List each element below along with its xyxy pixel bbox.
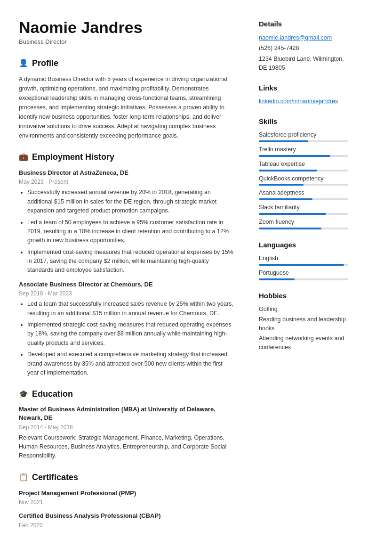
skill-asana: Asana adeptness [259, 188, 348, 200]
job-1-bullet-2: Led a team of 50 employees to achieve a … [27, 218, 235, 245]
job-1-bullets: Successfully increased annual revenue by… [19, 188, 235, 275]
details-section: Details naomie.jandres@gmail.com (526) 2… [259, 19, 348, 73]
hobby-2: Reading business and leadership books [259, 315, 348, 333]
cert-2-title: Certified Business Analysis Professional… [19, 511, 235, 521]
skill-salesforce-bar-bg [259, 140, 348, 142]
profile-text: A dynamic Business Director with 5 years… [19, 74, 235, 140]
skill-slack: Slack familiarity [259, 203, 348, 215]
employment-section: 💼 Employment History Business Director a… [19, 151, 235, 377]
job-2: Associate Business Director at Chemours,… [19, 280, 235, 378]
skill-slack-label: Slack familiarity [259, 203, 348, 212]
linkedin-link[interactable]: linkedin.com/in/naomiejandres [259, 97, 348, 106]
edu-1: Master of Business Administration (MBA) … [19, 405, 235, 461]
address: 1234 Bluebird Lane, Wilmington, DE 19805 [259, 55, 348, 73]
skills-section-title: Skills [259, 116, 348, 127]
education-section: 🎓 Education Master of Business Administr… [19, 388, 235, 461]
skill-quickbooks-bar-fill [259, 184, 304, 186]
hobby-3: Attending networking events and conferen… [259, 334, 348, 352]
edu-1-title: Master of Business Administration (MBA) … [19, 405, 235, 422]
job-1-bullet-1: Successfully increased annual revenue by… [27, 188, 235, 215]
skill-zoom-bar-fill [259, 228, 321, 229]
skill-zoom: Zoom fluency [259, 218, 348, 229]
skill-slack-bar-fill [259, 213, 326, 215]
candidate-title: Business Director [19, 37, 235, 47]
languages-section: Languages English Portuguese [259, 240, 348, 280]
languages-section-title: Languages [259, 240, 348, 251]
lang-english-bar-fill [259, 264, 344, 266]
resume-page: Naomie Jandres Business Director 👤 Profi… [0, 0, 392, 555]
skill-quickbooks: QuickBooks competency [259, 174, 348, 186]
job-1-date: May 2023 - Present [19, 178, 235, 186]
skill-salesforce-bar-fill [259, 140, 308, 142]
skill-tableau-label: Tableau expertise [259, 160, 348, 169]
profile-icon: 👤 [19, 57, 28, 69]
skill-trello-label: Trello mastery [259, 145, 348, 154]
edu-1-date: Sep 2014 - May 2018 [19, 423, 235, 432]
skill-salesforce: Salesforce proficiency [259, 131, 348, 142]
employment-icon: 💼 [19, 151, 28, 163]
skill-tableau-bar-bg [259, 170, 348, 171]
skill-trello: Trello mastery [259, 145, 348, 157]
hobbies-section-title: Hobbies [259, 291, 348, 302]
skill-salesforce-label: Salesforce proficiency [259, 131, 348, 139]
profile-section-title: 👤 Profile [19, 57, 235, 70]
job-2-title: Associate Business Director at Chemours,… [19, 280, 235, 289]
skill-zoom-bar-bg [259, 228, 348, 229]
lang-english-label: English [259, 254, 348, 263]
skill-asana-bar-fill [259, 198, 312, 200]
skill-slack-bar-bg [259, 213, 348, 215]
candidate-name: Naomie Jandres [19, 19, 235, 36]
job-2-bullet-3: Developed and executed a comprehensive m… [27, 350, 235, 377]
skill-trello-bar-fill [259, 155, 330, 157]
skill-trello-bar-bg [259, 155, 348, 157]
cert-2-date: Feb 2020 [19, 521, 235, 530]
job-1-bullet-3: Implemented cost-saving measures that re… [27, 248, 235, 275]
profile-section: 👤 Profile A dynamic Business Director wi… [19, 57, 235, 140]
edu-1-text: Relevant Coursework: Strategic Managemen… [19, 433, 235, 461]
skill-tableau: Tableau expertise [259, 160, 348, 171]
left-column: Naomie Jandres Business Director 👤 Profi… [0, 19, 249, 536]
email-link[interactable]: naomie.jandres@gmail.com [259, 33, 348, 42]
skill-zoom-label: Zoom fluency [259, 218, 348, 227]
skill-quickbooks-label: QuickBooks competency [259, 174, 348, 183]
job-2-bullets: Led a team that successfully increased s… [19, 300, 235, 377]
skill-tableau-bar-fill [259, 170, 317, 171]
lang-portuguese-bar-bg [259, 278, 348, 280]
header-section: Naomie Jandres Business Director [19, 19, 235, 47]
job-1: Business Director at AstraZeneca, DE May… [19, 168, 235, 275]
skills-section: Skills Salesforce proficiency Trello mas… [259, 116, 348, 229]
certificates-section-title: 📋 Certificates [19, 471, 235, 484]
employment-section-title: 💼 Employment History [19, 151, 235, 163]
skill-asana-label: Asana adeptness [259, 188, 348, 197]
education-section-title: 🎓 Education [19, 388, 235, 400]
cert-1-title: Project Management Professional (PMP) [19, 489, 235, 498]
lang-portuguese-label: Portuguese [259, 269, 348, 278]
education-icon: 🎓 [19, 389, 28, 400]
cert-2: Certified Business Analysis Professional… [19, 511, 235, 530]
skill-quickbooks-bar-bg [259, 184, 348, 186]
cert-1: Project Management Professional (PMP) No… [19, 489, 235, 507]
lang-portuguese: Portuguese [259, 269, 348, 280]
certificates-icon: 📋 [19, 472, 28, 483]
hobby-1: Golfing [259, 305, 348, 314]
links-section-title: Links [259, 83, 348, 94]
hobbies-section: Hobbies Golfing Reading business and lea… [259, 291, 348, 352]
skill-asana-bar-bg [259, 198, 348, 200]
job-2-bullet-1: Led a team that successfully increased s… [27, 300, 235, 318]
job-2-date: Sep 2018 - Mar 2023 [19, 289, 235, 298]
lang-english: English [259, 254, 348, 266]
right-column: Details naomie.jandres@gmail.com (526) 2… [249, 19, 362, 536]
links-section: Links linkedin.com/in/naomiejandres [259, 83, 348, 106]
job-2-bullet-2: Implemented strategic cost-saving measur… [27, 320, 235, 348]
job-1-title: Business Director at AstraZeneca, DE [19, 168, 235, 178]
details-section-title: Details [259, 19, 348, 30]
certificates-section: 📋 Certificates Project Management Profes… [19, 471, 235, 530]
lang-english-bar-bg [259, 264, 348, 266]
phone-number: (526) 245-7428 [259, 44, 348, 53]
lang-portuguese-bar-fill [259, 278, 295, 280]
cert-1-date: Nov 2021 [19, 498, 235, 506]
